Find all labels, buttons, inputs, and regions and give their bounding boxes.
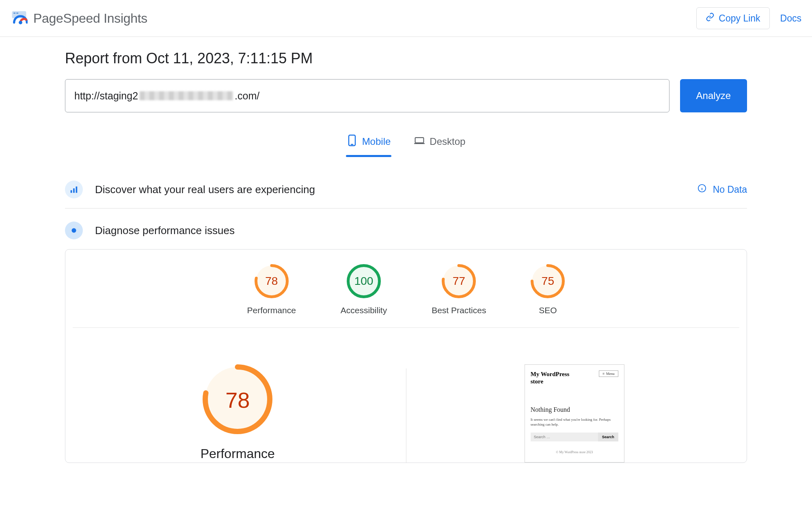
svg-rect-9 bbox=[73, 188, 75, 193]
preview-search-button: Search bbox=[598, 433, 618, 441]
preview-search: Search bbox=[531, 433, 618, 441]
gauge-circle: 100 bbox=[347, 264, 381, 298]
gauge-row: 78 Performance 100 Accessibility 77 Best… bbox=[73, 264, 739, 328]
preview-site-title: My WordPress store bbox=[531, 370, 583, 385]
performance-big-gauge: 78 bbox=[203, 364, 272, 436]
url-row: http://staging2 .com/ Analyze bbox=[65, 79, 747, 112]
url-text-prefix: http://staging2 bbox=[74, 90, 138, 102]
desktop-icon bbox=[414, 134, 425, 149]
svg-rect-2 bbox=[16, 13, 18, 14]
tab-mobile-label: Mobile bbox=[362, 136, 391, 147]
preview-menu-label: Menu bbox=[606, 372, 615, 376]
gauge-value: 75 bbox=[531, 264, 565, 298]
svg-rect-6 bbox=[415, 138, 424, 143]
svg-rect-1 bbox=[13, 13, 15, 14]
docs-link[interactable]: Docs bbox=[780, 13, 801, 24]
preview-footer: © My WordPress store 2023 bbox=[531, 450, 618, 454]
gauge-circle: 78 bbox=[255, 264, 289, 298]
redacted-text bbox=[140, 91, 233, 100]
info-icon bbox=[698, 184, 706, 195]
tab-desktop[interactable]: Desktop bbox=[413, 129, 466, 156]
tab-desktop-label: Desktop bbox=[430, 136, 465, 147]
discover-section-header: Discover what your real users are experi… bbox=[65, 172, 747, 209]
app-header: PageSpeed Insights Copy Link Docs bbox=[0, 0, 812, 37]
report-title: Report from Oct 11, 2023, 7:11:15 PM bbox=[65, 50, 747, 67]
gauge-value: 77 bbox=[442, 264, 476, 298]
lighthouse-panel: 78 Performance 100 Accessibility 77 Best… bbox=[65, 249, 747, 463]
preview-menu-button: ≡ Menu bbox=[599, 370, 618, 377]
copy-link-button[interactable]: Copy Link bbox=[696, 7, 769, 29]
device-tabs: Mobile Desktop bbox=[65, 129, 747, 156]
discover-title: Discover what your real users are experi… bbox=[95, 183, 315, 196]
big-gauge-area: 78 Performance bbox=[82, 364, 394, 461]
diagnose-section-header: Diagnose performance issues bbox=[65, 209, 747, 249]
gauge-label: Accessibility bbox=[341, 306, 387, 315]
main-content: Report from Oct 11, 2023, 7:11:15 PM htt… bbox=[65, 37, 747, 463]
preview-heading: Nothing Found bbox=[531, 406, 618, 413]
gauge-value: 100 bbox=[347, 264, 381, 298]
gauge-value: 78 bbox=[255, 264, 289, 298]
big-gauge-value: 78 bbox=[203, 364, 272, 436]
app-title: PageSpeed Insights bbox=[33, 11, 147, 26]
preview-text: It seems we can't find what you're looki… bbox=[531, 417, 618, 427]
diagnose-title: Diagnose performance issues bbox=[95, 224, 235, 237]
gauge-circle: 75 bbox=[531, 264, 565, 298]
gauge-label: Performance bbox=[247, 306, 296, 315]
gauge-label: Best Practices bbox=[432, 306, 486, 315]
link-icon bbox=[706, 13, 715, 24]
no-data-label: No Data bbox=[713, 184, 747, 195]
vertical-separator bbox=[406, 368, 406, 463]
diagnose-icon bbox=[65, 222, 83, 239]
svg-rect-8 bbox=[71, 190, 72, 193]
device-preview: My WordPress store ≡ Menu Nothing Found … bbox=[525, 364, 624, 463]
analyze-button[interactable]: Analyze bbox=[680, 79, 747, 112]
preview-search-input bbox=[531, 433, 598, 441]
svg-point-3 bbox=[19, 21, 22, 24]
header-right: Copy Link Docs bbox=[696, 7, 801, 29]
url-text-suffix: .com/ bbox=[235, 90, 259, 102]
gauge-accessibility[interactable]: 100 Accessibility bbox=[341, 264, 387, 315]
copy-link-label: Copy Link bbox=[719, 13, 760, 24]
detail-section: 78 Performance My WordPress store ≡ Menu… bbox=[65, 328, 747, 463]
mobile-icon bbox=[347, 134, 357, 149]
svg-rect-10 bbox=[76, 187, 78, 193]
discover-icon bbox=[65, 181, 83, 198]
gauge-circle: 77 bbox=[442, 264, 476, 298]
tab-mobile[interactable]: Mobile bbox=[346, 129, 392, 156]
header-left: PageSpeed Insights bbox=[11, 10, 147, 27]
url-input[interactable]: http://staging2 .com/ bbox=[65, 79, 669, 112]
screenshot-preview-area: My WordPress store ≡ Menu Nothing Found … bbox=[419, 364, 731, 463]
gauge-label: SEO bbox=[539, 306, 557, 315]
no-data-indicator[interactable]: No Data bbox=[698, 184, 747, 195]
hamburger-icon: ≡ bbox=[603, 372, 605, 376]
gauge-seo[interactable]: 75 SEO bbox=[531, 264, 565, 315]
performance-big-label: Performance bbox=[201, 446, 275, 461]
gauge-best-practices[interactable]: 77 Best Practices bbox=[432, 264, 486, 315]
app-logo-icon bbox=[11, 10, 28, 27]
gauge-performance[interactable]: 78 Performance bbox=[247, 264, 296, 315]
